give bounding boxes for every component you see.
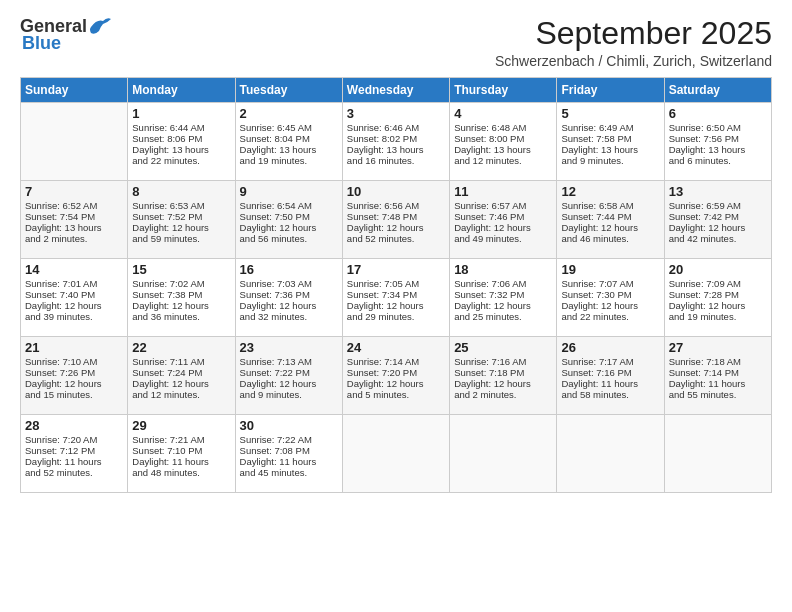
calendar-cell: 21Sunrise: 7:10 AMSunset: 7:26 PMDayligh…	[21, 337, 128, 415]
day-info: Sunset: 7:12 PM	[25, 445, 123, 456]
calendar-day-header: Friday	[557, 78, 664, 103]
day-info: and 58 minutes.	[561, 389, 659, 400]
day-info: Sunrise: 6:57 AM	[454, 200, 552, 211]
calendar-cell: 23Sunrise: 7:13 AMSunset: 7:22 PMDayligh…	[235, 337, 342, 415]
header: General Blue September 2025 Schwerzenbac…	[20, 16, 772, 69]
day-number: 10	[347, 184, 445, 199]
day-info: Sunrise: 6:46 AM	[347, 122, 445, 133]
day-info: Daylight: 13 hours	[240, 144, 338, 155]
calendar-header-row: SundayMondayTuesdayWednesdayThursdayFrid…	[21, 78, 772, 103]
day-number: 12	[561, 184, 659, 199]
day-info: Sunset: 7:48 PM	[347, 211, 445, 222]
day-info: Sunset: 7:10 PM	[132, 445, 230, 456]
day-number: 16	[240, 262, 338, 277]
day-info: Sunset: 7:14 PM	[669, 367, 767, 378]
day-info: and 36 minutes.	[132, 311, 230, 322]
calendar-cell: 9Sunrise: 6:54 AMSunset: 7:50 PMDaylight…	[235, 181, 342, 259]
day-info: Daylight: 12 hours	[240, 378, 338, 389]
day-number: 26	[561, 340, 659, 355]
day-number: 30	[240, 418, 338, 433]
day-info: and 52 minutes.	[25, 467, 123, 478]
day-info: Sunrise: 6:53 AM	[132, 200, 230, 211]
day-info: Daylight: 11 hours	[561, 378, 659, 389]
calendar-week-row: 21Sunrise: 7:10 AMSunset: 7:26 PMDayligh…	[21, 337, 772, 415]
calendar-cell: 17Sunrise: 7:05 AMSunset: 7:34 PMDayligh…	[342, 259, 449, 337]
day-info: and 46 minutes.	[561, 233, 659, 244]
calendar-day-header: Sunday	[21, 78, 128, 103]
day-number: 5	[561, 106, 659, 121]
calendar-week-row: 14Sunrise: 7:01 AMSunset: 7:40 PMDayligh…	[21, 259, 772, 337]
calendar-cell: 6Sunrise: 6:50 AMSunset: 7:56 PMDaylight…	[664, 103, 771, 181]
calendar-cell: 14Sunrise: 7:01 AMSunset: 7:40 PMDayligh…	[21, 259, 128, 337]
calendar-cell: 10Sunrise: 6:56 AMSunset: 7:48 PMDayligh…	[342, 181, 449, 259]
day-info: and 12 minutes.	[454, 155, 552, 166]
page: General Blue September 2025 Schwerzenbac…	[0, 0, 792, 612]
day-info: Sunrise: 7:14 AM	[347, 356, 445, 367]
calendar-week-row: 1Sunrise: 6:44 AMSunset: 8:06 PMDaylight…	[21, 103, 772, 181]
day-info: and 2 minutes.	[454, 389, 552, 400]
day-info: Daylight: 12 hours	[454, 222, 552, 233]
calendar-cell: 5Sunrise: 6:49 AMSunset: 7:58 PMDaylight…	[557, 103, 664, 181]
day-info: Sunset: 7:30 PM	[561, 289, 659, 300]
day-info: Sunrise: 7:06 AM	[454, 278, 552, 289]
day-info: Sunrise: 6:44 AM	[132, 122, 230, 133]
day-info: Daylight: 11 hours	[25, 456, 123, 467]
day-info: Sunset: 7:22 PM	[240, 367, 338, 378]
calendar-cell: 2Sunrise: 6:45 AMSunset: 8:04 PMDaylight…	[235, 103, 342, 181]
day-info: and 49 minutes.	[454, 233, 552, 244]
calendar-table: SundayMondayTuesdayWednesdayThursdayFrid…	[20, 77, 772, 493]
day-number: 17	[347, 262, 445, 277]
day-info: Daylight: 12 hours	[669, 222, 767, 233]
day-info: Sunset: 7:58 PM	[561, 133, 659, 144]
day-number: 19	[561, 262, 659, 277]
day-info: and 48 minutes.	[132, 467, 230, 478]
day-info: Sunrise: 7:21 AM	[132, 434, 230, 445]
day-info: Sunrise: 7:05 AM	[347, 278, 445, 289]
day-info: Sunset: 7:52 PM	[132, 211, 230, 222]
calendar-cell: 28Sunrise: 7:20 AMSunset: 7:12 PMDayligh…	[21, 415, 128, 493]
day-info: and 9 minutes.	[240, 389, 338, 400]
day-info: Daylight: 13 hours	[454, 144, 552, 155]
day-info: Sunset: 7:42 PM	[669, 211, 767, 222]
day-number: 3	[347, 106, 445, 121]
day-info: and 45 minutes.	[240, 467, 338, 478]
day-number: 2	[240, 106, 338, 121]
calendar-week-row: 7Sunrise: 6:52 AMSunset: 7:54 PMDaylight…	[21, 181, 772, 259]
day-info: Daylight: 12 hours	[454, 300, 552, 311]
day-number: 13	[669, 184, 767, 199]
day-number: 6	[669, 106, 767, 121]
day-info: Sunrise: 6:50 AM	[669, 122, 767, 133]
day-info: Sunrise: 7:03 AM	[240, 278, 338, 289]
calendar-cell: 4Sunrise: 6:48 AMSunset: 8:00 PMDaylight…	[450, 103, 557, 181]
calendar-cell: 3Sunrise: 6:46 AMSunset: 8:02 PMDaylight…	[342, 103, 449, 181]
day-info: and 56 minutes.	[240, 233, 338, 244]
day-info: Sunset: 7:16 PM	[561, 367, 659, 378]
day-info: and 5 minutes.	[347, 389, 445, 400]
calendar-day-header: Tuesday	[235, 78, 342, 103]
day-info: and 19 minutes.	[669, 311, 767, 322]
day-info: Sunset: 7:32 PM	[454, 289, 552, 300]
day-info: Sunrise: 6:54 AM	[240, 200, 338, 211]
day-info: Sunset: 7:54 PM	[25, 211, 123, 222]
calendar-cell: 7Sunrise: 6:52 AMSunset: 7:54 PMDaylight…	[21, 181, 128, 259]
day-info: and 22 minutes.	[561, 311, 659, 322]
day-info: Sunrise: 7:13 AM	[240, 356, 338, 367]
day-info: Sunset: 8:06 PM	[132, 133, 230, 144]
calendar-cell: 15Sunrise: 7:02 AMSunset: 7:38 PMDayligh…	[128, 259, 235, 337]
day-info: Sunset: 7:26 PM	[25, 367, 123, 378]
day-info: Sunrise: 7:17 AM	[561, 356, 659, 367]
calendar-cell: 30Sunrise: 7:22 AMSunset: 7:08 PMDayligh…	[235, 415, 342, 493]
day-number: 23	[240, 340, 338, 355]
day-number: 21	[25, 340, 123, 355]
day-info: Sunset: 7:18 PM	[454, 367, 552, 378]
day-info: Sunset: 7:34 PM	[347, 289, 445, 300]
calendar-cell: 25Sunrise: 7:16 AMSunset: 7:18 PMDayligh…	[450, 337, 557, 415]
day-info: Daylight: 13 hours	[347, 144, 445, 155]
day-info: Sunrise: 7:18 AM	[669, 356, 767, 367]
day-number: 9	[240, 184, 338, 199]
calendar-cell	[21, 103, 128, 181]
day-number: 22	[132, 340, 230, 355]
day-number: 15	[132, 262, 230, 277]
day-info: Sunset: 7:20 PM	[347, 367, 445, 378]
day-info: Sunset: 7:24 PM	[132, 367, 230, 378]
